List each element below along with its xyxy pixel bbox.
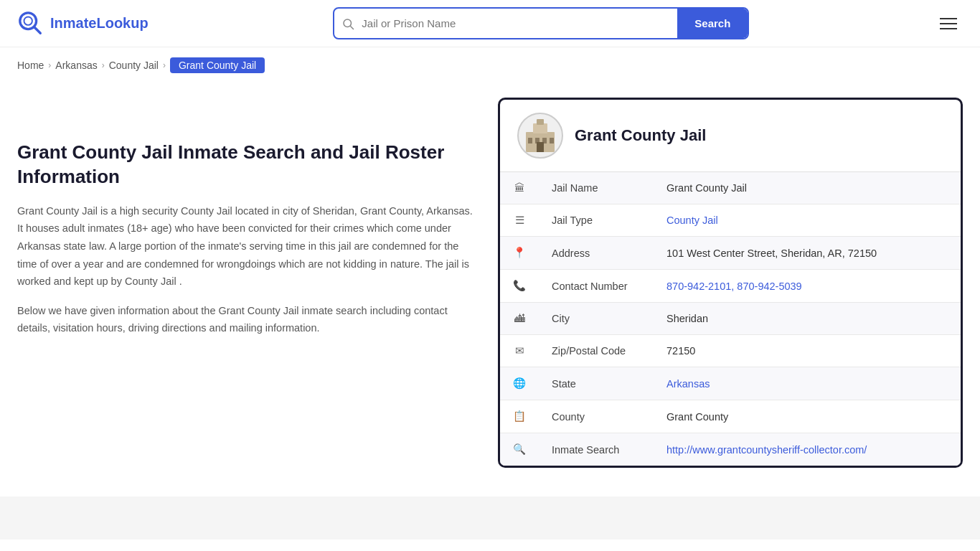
row-value: 72150 — [654, 335, 961, 367]
row-label: City — [539, 303, 654, 335]
search-wrapper: Search — [333, 7, 749, 39]
svg-point-1 — [24, 17, 32, 24]
row-icon: 📍 — [500, 237, 539, 270]
page-title: Grant County Jail Inmate Search and Jail… — [17, 141, 476, 189]
logo-text: InmateLookup — [50, 15, 149, 32]
row-icon: 📞 — [500, 270, 539, 303]
search-icon — [341, 17, 354, 30]
row-label: Jail Name — [539, 172, 654, 204]
table-row: 📋CountyGrant County — [500, 400, 961, 433]
page-description-2: Below we have given information about th… — [17, 302, 476, 337]
page-description-1: Grant County Jail is a high security Cou… — [17, 202, 476, 291]
row-value: Sheridan — [654, 303, 961, 335]
main-content: Grant County Jail Inmate Search and Jail… — [0, 83, 980, 496]
table-row: ☰Jail TypeCounty Jail — [500, 204, 961, 237]
left-column: Grant County Jail Inmate Search and Jail… — [17, 98, 476, 468]
row-icon: 🔍 — [500, 433, 539, 466]
row-link[interactable]: Arkansas — [666, 378, 710, 390]
row-label: Inmate Search — [539, 433, 654, 466]
search-area: Search — [333, 7, 749, 39]
row-value: Grant County Jail — [654, 172, 961, 204]
row-link[interactable]: 870-942-2101, 870-942-5039 — [666, 281, 802, 292]
breadcrumb-chevron-2: › — [102, 60, 105, 70]
table-row: 🏙CitySheridan — [500, 303, 961, 335]
svg-rect-11 — [550, 138, 554, 143]
jail-card-name: Grant County Jail — [575, 126, 706, 145]
breadcrumb-chevron-3: › — [163, 60, 166, 70]
breadcrumb-state[interactable]: Arkansas — [55, 60, 97, 71]
row-label: County — [539, 400, 654, 433]
logo-brand-inmate: Inmate — [50, 15, 96, 31]
info-table: 🏛Jail NameGrant County Jail☰Jail TypeCou… — [500, 172, 961, 466]
logo-icon — [17, 10, 44, 37]
row-label: State — [539, 367, 654, 400]
hamburger-menu[interactable] — [934, 12, 963, 35]
row-link[interactable]: http://www.grantcountysheriff-collector.… — [666, 444, 867, 456]
row-value[interactable]: http://www.grantcountysheriff-collector.… — [654, 433, 961, 466]
table-row: 📍Address101 West Center Street, Sheridan… — [500, 237, 961, 270]
row-label: Contact Number — [539, 270, 654, 303]
table-row: ✉Zip/Postal Code72150 — [500, 335, 961, 367]
row-icon: 🏛 — [500, 172, 539, 204]
table-row: 🌐StateArkansas — [500, 367, 961, 400]
search-button[interactable]: Search — [677, 9, 748, 38]
jail-card-header: Grant County Jail — [500, 100, 961, 172]
row-value: Grant County — [654, 400, 961, 433]
row-icon: 🌐 — [500, 367, 539, 400]
breadcrumb-type[interactable]: County Jail — [109, 60, 159, 71]
right-column: Grant County Jail 🏛Jail NameGrant County… — [498, 98, 963, 468]
table-row: 🏛Jail NameGrant County Jail — [500, 172, 961, 204]
svg-line-4 — [351, 26, 354, 29]
svg-point-3 — [344, 19, 352, 27]
breadcrumb-home[interactable]: Home — [17, 60, 44, 71]
header: InmateLookup Search — [0, 0, 980, 47]
row-label: Address — [539, 237, 654, 270]
hamburger-line-2 — [940, 23, 957, 24]
svg-rect-6 — [533, 123, 547, 133]
jail-avatar — [517, 113, 563, 159]
hamburger-line-3 — [940, 28, 957, 29]
table-row: 📞Contact Number870-942-2101, 870-942-503… — [500, 270, 961, 303]
row-value[interactable]: Arkansas — [654, 367, 961, 400]
row-link[interactable]: County Jail — [666, 215, 718, 226]
row-label: Zip/Postal Code — [539, 335, 654, 367]
svg-rect-12 — [537, 142, 544, 152]
svg-line-2 — [34, 27, 41, 33]
jail-card: Grant County Jail 🏛Jail NameGrant County… — [498, 98, 963, 468]
logo-link[interactable]: InmateLookup — [17, 10, 149, 37]
row-icon: ✉ — [500, 335, 539, 367]
row-icon: ☰ — [500, 204, 539, 237]
breadcrumb-chevron-1: › — [48, 60, 51, 70]
breadcrumb: Home › Arkansas › County Jail › Grant Co… — [0, 47, 980, 83]
logo-brand-lookup: Lookup — [96, 15, 148, 31]
hamburger-line-1 — [940, 18, 957, 19]
row-value[interactable]: 870-942-2101, 870-942-5039 — [654, 270, 961, 303]
search-icon-wrap — [334, 17, 362, 30]
row-value: 101 West Center Street, Sheridan, AR, 72… — [654, 237, 961, 270]
row-value[interactable]: County Jail — [654, 204, 961, 237]
row-icon: 🏙 — [500, 303, 539, 335]
svg-rect-8 — [528, 138, 532, 143]
row-label: Jail Type — [539, 204, 654, 237]
footer-bar — [0, 496, 980, 540]
svg-rect-7 — [537, 119, 544, 125]
table-row: 🔍Inmate Searchhttp://www.grantcountysher… — [500, 433, 961, 466]
search-input[interactable] — [362, 9, 677, 37]
row-icon: 📋 — [500, 400, 539, 433]
jail-building-icon — [522, 118, 558, 154]
breadcrumb-current: Grant County Jail — [170, 57, 265, 73]
